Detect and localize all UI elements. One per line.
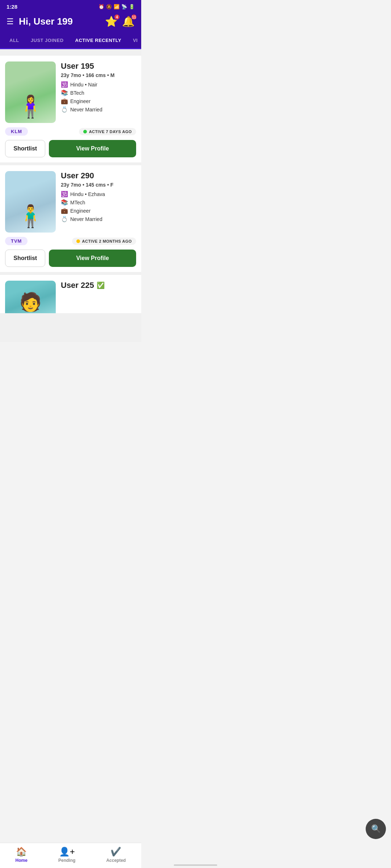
profile-name-user225: User 225 ✅ bbox=[61, 281, 136, 290]
profile-education-user195: 📚 BTech bbox=[61, 89, 136, 96]
shortlist-button-user290[interactable]: Shortlist bbox=[5, 250, 45, 267]
star-badge-count: 4 bbox=[114, 14, 120, 20]
profile-education-user290: 📚 MTech bbox=[61, 199, 136, 206]
profile-info-user195: User 195 23y 7mo • 166 cms • M 🕉️ Hindu … bbox=[61, 61, 136, 123]
alarm-icon: ⏰ bbox=[98, 4, 104, 9]
mute-icon: 🔕 bbox=[106, 4, 112, 9]
tab-vi[interactable]: VI bbox=[127, 34, 141, 49]
profile-image-user195 bbox=[5, 61, 56, 123]
hamburger-menu[interactable]: ☰ bbox=[7, 17, 14, 26]
ring-icon: 💍 bbox=[61, 106, 68, 113]
profile-marital-user290: 💍 Never Married bbox=[61, 216, 136, 222]
bell-badge-count: 11 bbox=[131, 14, 137, 20]
profile-card-user225: User 225 ✅ bbox=[0, 275, 141, 313]
card-bottom-user290: TVM ACTIVE 2 MONTHS AGO bbox=[5, 237, 136, 245]
tab-all[interactable]: ALL bbox=[4, 34, 25, 49]
profile-name-user195: User 195 bbox=[61, 61, 136, 71]
profile-age-user195: 23y 7mo • 166 cms • M bbox=[61, 72, 136, 78]
profile-age-user290: 23y 7mo • 145 cms • F bbox=[61, 182, 136, 188]
view-profile-button-user195[interactable]: View Profile bbox=[49, 140, 136, 157]
tabs-bar: ALL JUST JOINED ACTIVE RECENTLY VI bbox=[0, 34, 141, 49]
profile-marital-user195: 💍 Never Married bbox=[61, 106, 136, 113]
ring-icon-2: 💍 bbox=[61, 216, 68, 222]
active-status-user195: ACTIVE 7 DAYS AGO bbox=[79, 128, 136, 135]
bell-badge-button[interactable]: 🔔 11 bbox=[122, 16, 135, 27]
active-dot-user290 bbox=[76, 239, 80, 243]
books-icon-2: 📚 bbox=[61, 199, 68, 206]
location-tag-user195: KLM bbox=[5, 127, 28, 136]
shortlist-button-user195[interactable]: Shortlist bbox=[5, 140, 45, 157]
active-status-user290: ACTIVE 2 MONTHS AGO bbox=[72, 238, 136, 245]
status-time: 1:28 bbox=[7, 4, 17, 10]
tab-just-joined[interactable]: JUST JOINED bbox=[25, 34, 70, 49]
header-title: Hi, User 199 bbox=[19, 16, 73, 27]
tab-active-recently[interactable]: ACTIVE RECENTLY bbox=[70, 34, 127, 49]
profile-religion-user290: 🕉️ Hindu • Ezhava bbox=[61, 191, 136, 197]
om-icon-2: 🕉️ bbox=[61, 191, 68, 197]
status-icons: ⏰ 🔕 📶 📡 🔋 bbox=[98, 4, 135, 9]
card-top-user290: User 290 23y 7mo • 145 cms • F 🕉️ Hindu … bbox=[5, 171, 136, 233]
profile-info-user290: User 290 23y 7mo • 145 cms • F 🕉️ Hindu … bbox=[61, 171, 136, 233]
wifi-icon: 📶 bbox=[114, 4, 119, 9]
profile-religion-user195: 🕉️ Hindu • Nair bbox=[61, 81, 136, 88]
card-actions-user290: Shortlist View Profile bbox=[5, 250, 136, 267]
profile-name-user290: User 290 bbox=[61, 171, 136, 180]
om-icon: 🕉️ bbox=[61, 81, 68, 88]
battery-icon: 🔋 bbox=[129, 4, 135, 9]
signal-icon: 📡 bbox=[121, 4, 127, 9]
card-actions-user195: Shortlist View Profile bbox=[5, 140, 136, 157]
verified-icon-user225: ✅ bbox=[97, 281, 105, 289]
profile-info-user225: User 225 ✅ bbox=[61, 281, 136, 313]
header: ☰ Hi, User 199 ⭐ 4 🔔 11 bbox=[0, 13, 141, 34]
active-dot-user195 bbox=[83, 130, 87, 133]
briefcase-icon: 💼 bbox=[61, 98, 68, 105]
content-area: User 195 23y 7mo • 166 cms • M 🕉️ Hindu … bbox=[0, 49, 141, 342]
briefcase-icon-2: 💼 bbox=[61, 207, 68, 214]
partial-top-user225: User 225 ✅ bbox=[5, 281, 136, 313]
profile-card-user290: User 290 23y 7mo • 145 cms • F 🕉️ Hindu … bbox=[0, 165, 141, 272]
header-left: ☰ Hi, User 199 bbox=[7, 16, 73, 27]
profile-image-user290 bbox=[5, 171, 56, 233]
location-tag-user290: TVM bbox=[5, 237, 28, 245]
star-badge-button[interactable]: ⭐ 4 bbox=[105, 16, 118, 27]
profile-image-user225 bbox=[5, 281, 56, 313]
view-profile-button-user290[interactable]: View Profile bbox=[49, 250, 136, 267]
header-right: ⭐ 4 🔔 11 bbox=[105, 16, 135, 27]
profile-card-user195: User 195 23y 7mo • 166 cms • M 🕉️ Hindu … bbox=[0, 56, 141, 162]
card-top-user195: User 195 23y 7mo • 166 cms • M 🕉️ Hindu … bbox=[5, 61, 136, 123]
profile-profession-user195: 💼 Engineer bbox=[61, 98, 136, 105]
profile-profession-user290: 💼 Engineer bbox=[61, 207, 136, 214]
card-bottom-user195: KLM ACTIVE 7 DAYS AGO bbox=[5, 127, 136, 136]
status-bar: 1:28 ⏰ 🔕 📶 📡 🔋 bbox=[0, 0, 141, 13]
books-icon: 📚 bbox=[61, 89, 68, 96]
